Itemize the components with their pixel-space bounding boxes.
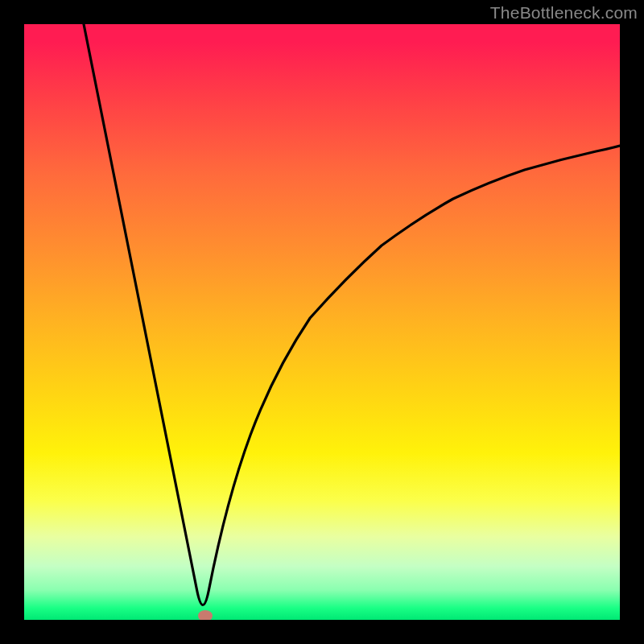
plot-area — [24, 24, 620, 620]
bottleneck-marker — [198, 610, 213, 620]
chart-svg — [24, 24, 620, 620]
chart-frame: TheBottleneck.com — [0, 0, 644, 644]
watermark-text: TheBottleneck.com — [490, 3, 638, 23]
bottleneck-curve — [84, 24, 620, 605]
